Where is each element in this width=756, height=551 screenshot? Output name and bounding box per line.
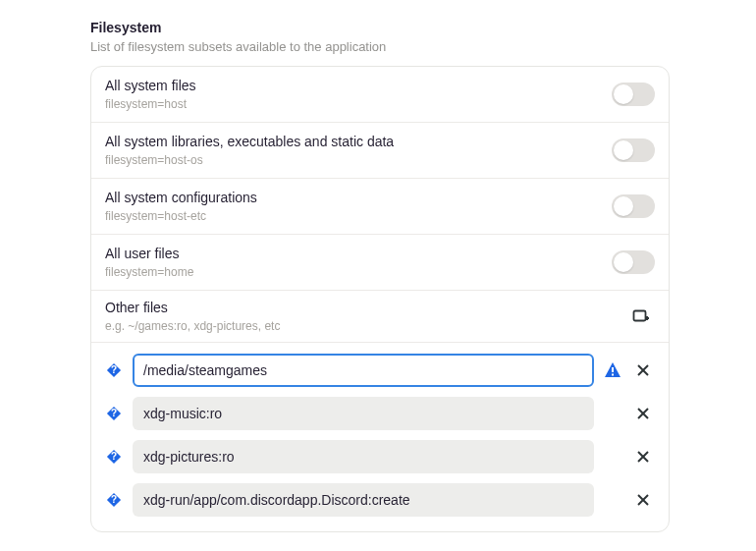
other-files-hint: e.g. ~/games:ro, xdg-pictures, etc	[105, 318, 627, 334]
info-diamond-icon: ?	[105, 405, 123, 422]
path-input[interactable]	[133, 354, 594, 387]
svg-text:?: ?	[111, 364, 117, 375]
svg-rect-6	[612, 367, 614, 372]
entry-row: ?	[95, 478, 665, 522]
toggle-sublabel: filesystem=host	[105, 96, 612, 112]
toggle-row-home: All user files filesystem=home	[91, 235, 669, 291]
svg-rect-7	[612, 374, 614, 376]
toggle-sublabel: filesystem=home	[105, 264, 612, 280]
remove-entry-button[interactable]	[631, 402, 655, 425]
close-icon	[637, 451, 649, 463]
path-input[interactable]	[133, 397, 594, 430]
toggle-sublabel: filesystem=host-os	[105, 152, 612, 168]
toggle-label: All user files	[105, 245, 612, 263]
toggle-host-os[interactable]	[612, 138, 655, 162]
toggle-row-host-etc: All system configurations filesystem=hos…	[91, 179, 669, 235]
close-icon	[637, 408, 649, 419]
toggle-host[interactable]	[612, 83, 655, 106]
svg-rect-0	[634, 311, 646, 321]
info-diamond-icon: ?	[105, 491, 123, 509]
other-files-header: Other files e.g. ~/games:ro, xdg-picture…	[91, 291, 669, 343]
toggle-label: All system libraries, executables and st…	[105, 133, 612, 151]
close-icon	[637, 364, 649, 376]
toggle-sublabel: filesystem=host-etc	[105, 208, 612, 224]
close-icon	[637, 494, 649, 506]
entry-row: ?	[95, 349, 665, 392]
toggle-row-host-os: All system libraries, executables and st…	[91, 123, 669, 179]
path-input[interactable]	[133, 440, 594, 473]
add-entry-button[interactable]	[627, 303, 655, 330]
toggle-home[interactable]	[612, 250, 655, 274]
section-title: Filesystem	[90, 20, 670, 35]
info-diamond-icon: ?	[105, 448, 123, 466]
path-input[interactable]	[133, 483, 594, 517]
toggle-label: All system files	[105, 77, 612, 95]
remove-entry-button[interactable]	[631, 445, 655, 468]
svg-text:?: ?	[111, 451, 117, 462]
entry-row: ?	[95, 392, 665, 435]
svg-text:?: ?	[111, 408, 117, 418]
remove-entry-button[interactable]	[631, 488, 655, 512]
toggle-host-etc[interactable]	[612, 194, 655, 218]
svg-text:?: ?	[111, 494, 117, 505]
section-subtitle: List of filesystem subsets available to …	[90, 39, 670, 54]
filesystem-panel: All system files filesystem=host All sys…	[90, 66, 670, 532]
add-folder-icon	[632, 307, 650, 325]
info-diamond-icon: ?	[105, 361, 123, 379]
entry-row: ?	[95, 435, 665, 478]
warning-icon	[604, 361, 621, 379]
other-files-title: Other files	[105, 299, 627, 317]
entries-list: ? ?	[91, 343, 669, 531]
toggle-label: All system configurations	[105, 189, 612, 207]
toggle-row-host: All system files filesystem=host	[91, 67, 669, 123]
remove-entry-button[interactable]	[631, 358, 655, 382]
